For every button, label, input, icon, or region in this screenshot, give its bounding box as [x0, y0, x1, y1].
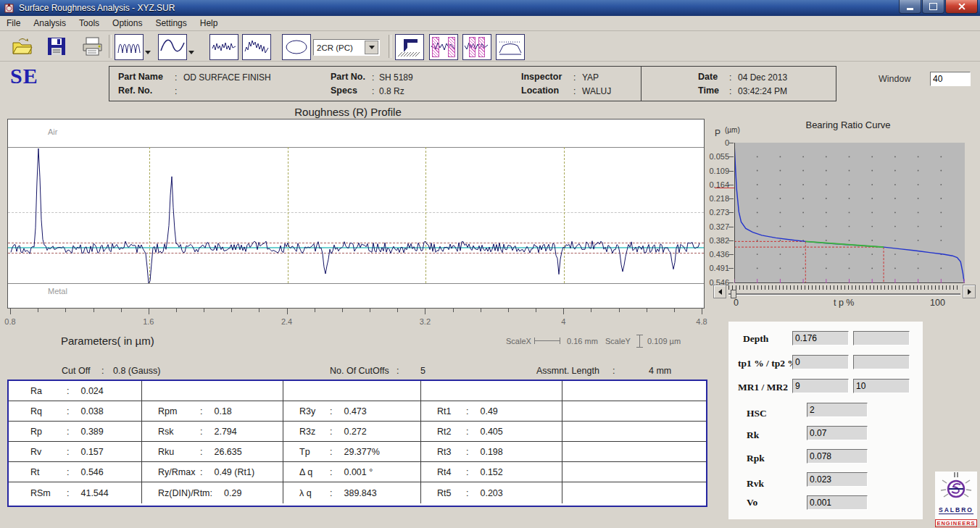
y-tick [728, 254, 734, 255]
hsc-input[interactable] [807, 403, 868, 417]
param-label: Rt3 [437, 447, 466, 457]
menu-item-options[interactable]: Options [106, 17, 149, 30]
save-button[interactable] [42, 33, 71, 59]
x-tick [591, 309, 591, 312]
x-tick [481, 309, 481, 312]
title-bar[interactable]: Surface Roughness Analysis - XYZ.SUR [0, 0, 980, 16]
menu-item-help[interactable]: Help [194, 17, 225, 30]
colon: : [729, 72, 731, 83]
colon: : [210, 488, 212, 498]
mr1-input[interactable] [792, 379, 849, 393]
rpk-input[interactable] [807, 449, 868, 464]
x-tick [315, 309, 315, 312]
param-value: 0.29 [224, 488, 241, 498]
print-button[interactable] [78, 33, 107, 59]
colon: : [330, 406, 332, 416]
colon: : [573, 86, 576, 96]
colon: : [372, 72, 374, 83]
y-tick [728, 198, 734, 199]
slider-track[interactable] [728, 293, 960, 295]
rvk-input[interactable] [807, 472, 868, 487]
menu-item-settings[interactable]: Settings [149, 17, 193, 30]
part-no-value: SH 5189 [379, 72, 413, 83]
param-cell [562, 422, 706, 442]
x-tick [65, 309, 66, 312]
roughness-profile-button[interactable] [209, 34, 238, 60]
open-file-button[interactable] [7, 33, 36, 59]
x-tick-label: 0.8 [0, 317, 22, 326]
toolbar-separator [389, 35, 391, 58]
param-label: Rt5 [437, 488, 466, 498]
colon: : [729, 86, 731, 96]
depth1-input[interactable] [792, 331, 849, 345]
filter-type-combobox[interactable]: 2CR (PC) [313, 39, 380, 56]
waviness-profile-dropdown[interactable] [187, 47, 195, 57]
hatch-band-icon [448, 37, 455, 57]
x-tick [674, 309, 675, 312]
maximize-button[interactable] [922, 0, 944, 14]
menu-item-analysis[interactable]: Analysis [27, 17, 72, 30]
x-tick-label: 4 [551, 317, 576, 326]
colon: : [175, 72, 177, 83]
close-button[interactable] [945, 0, 978, 14]
raw-profile-button[interactable] [242, 34, 271, 60]
param-label: Rku [158, 447, 200, 457]
ref-no-label: Ref. No. [118, 85, 152, 96]
x-tick [453, 309, 454, 312]
slider-right-button[interactable] [963, 285, 976, 298]
param-cell: R3z:0.272 [283, 422, 421, 442]
rk-input[interactable] [807, 426, 868, 440]
param-value: 0.001 ° [344, 467, 373, 477]
slider-left-button[interactable] [713, 285, 726, 298]
bearing-curve-button[interactable] [496, 34, 525, 60]
num-cutoffs-label: No. Of CutOffs [330, 366, 389, 376]
colon: : [330, 447, 332, 457]
param-cell: Rq:0.038 [9, 401, 142, 422]
primary-profile-button[interactable] [115, 34, 144, 60]
salbro-name: SALBRO [939, 506, 973, 514]
primary-profile-dropdown[interactable] [144, 47, 151, 57]
location-label: Location [521, 85, 559, 96]
param-cell [421, 381, 562, 401]
ellipse-form-icon [283, 35, 310, 59]
mr2-input[interactable] [853, 379, 910, 393]
window-input[interactable] [930, 72, 971, 86]
x-tick [370, 309, 370, 312]
combobox-dropdown-button[interactable] [365, 41, 378, 54]
menu-item-file[interactable]: File [0, 17, 27, 30]
slider-tick-strip [728, 285, 960, 290]
param-label: R3y [299, 406, 330, 416]
param-cell [283, 381, 421, 401]
tp1-input[interactable] [792, 355, 849, 369]
cutoff-band-button-1[interactable] [429, 34, 458, 60]
param-cell [562, 482, 706, 503]
hatch-band-icon [478, 37, 485, 57]
depth2-input[interactable] [853, 331, 910, 345]
y-tick [728, 240, 734, 241]
param-value: 0.038 [80, 406, 103, 416]
form-profile-button[interactable] [282, 34, 311, 60]
param-value: 0.546 [80, 467, 103, 477]
inspector-value: YAP [582, 72, 599, 83]
stylus-trace-button[interactable] [395, 34, 424, 60]
window-label: Window [879, 74, 910, 84]
param-value: 0.473 [344, 406, 366, 416]
tp2-input[interactable] [853, 355, 910, 369]
toolbar: 2CR (PC) [0, 31, 980, 62]
param-cell: Rt5:0.203 [421, 482, 562, 503]
colon: : [466, 447, 468, 457]
x-tick [702, 309, 702, 314]
vo-input[interactable] [807, 495, 868, 510]
menu-item-tools[interactable]: Tools [72, 17, 106, 30]
minimize-button[interactable] [899, 0, 921, 14]
colon: : [67, 447, 69, 457]
specs-label: Specs [331, 85, 357, 96]
x-tick-label: 1.6 [136, 317, 161, 326]
cutoff-band-button-2[interactable] [462, 34, 491, 60]
x-tick [619, 309, 620, 312]
x-tick [342, 309, 343, 312]
waviness-profile-button[interactable] [158, 34, 187, 60]
colon: : [200, 406, 202, 416]
salbro-logo: SALBRO ENGINEERS [935, 472, 977, 525]
param-value: 0.152 [480, 467, 502, 477]
